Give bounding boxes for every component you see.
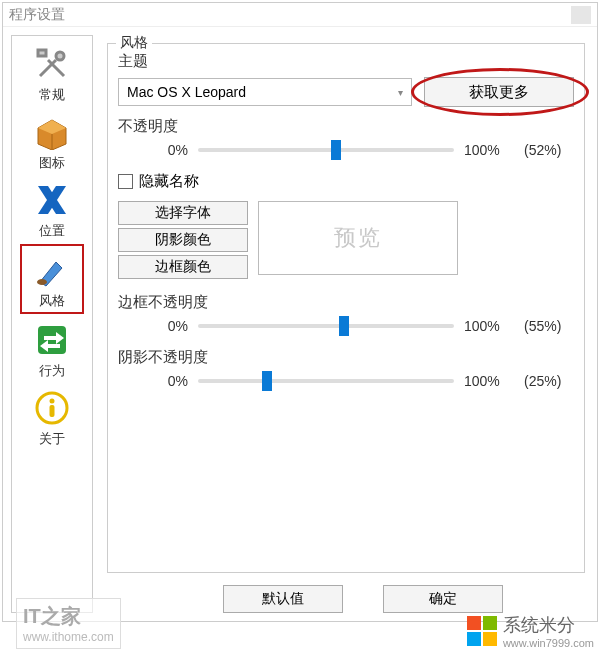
window-title: 程序设置 — [9, 6, 65, 24]
shadow-opacity-slider-row: 0% 100% (25%) — [158, 373, 574, 389]
slider-thumb[interactable] — [339, 316, 349, 336]
sidebar-item-style[interactable]: 风格 — [20, 244, 84, 314]
settings-window: 程序设置 常规 图标 位置 — [2, 2, 598, 622]
shadow-color-button[interactable]: 阴影颜色 — [118, 228, 248, 252]
svg-point-12 — [50, 399, 55, 404]
sidebar-item-icons[interactable]: 图标 — [20, 108, 84, 174]
sidebar-label: 位置 — [39, 222, 65, 240]
border-opacity-slider-row: 0% 100% (55%) — [158, 318, 574, 334]
titlebar: 程序设置 — [3, 3, 597, 27]
sidebar-label: 行为 — [39, 362, 65, 380]
sidebar-item-general[interactable]: 常规 — [20, 40, 84, 106]
style-group: 风格 主题 Mac OS X Leopard ▾ 获取更多 不透明度 0% — [107, 43, 585, 573]
default-button[interactable]: 默认值 — [223, 585, 343, 613]
svg-line-1 — [48, 60, 64, 76]
slider-min: 0% — [158, 142, 188, 158]
border-opacity-slider[interactable] — [198, 324, 454, 328]
sidebar: 常规 图标 位置 风格 — [11, 35, 93, 613]
slider-thumb[interactable] — [331, 140, 341, 160]
svg-rect-13 — [50, 405, 55, 417]
hide-names-row[interactable]: 隐藏名称 — [118, 172, 574, 191]
opacity-slider-row: 0% 100% (52%) — [158, 142, 574, 158]
sidebar-label: 图标 — [39, 154, 65, 172]
sidebar-label: 常规 — [39, 86, 65, 104]
svg-point-9 — [37, 279, 47, 285]
theme-combobox[interactable]: Mac OS X Leopard ▾ — [118, 78, 412, 106]
brush-icon — [32, 250, 72, 290]
sidebar-item-behavior[interactable]: 行为 — [20, 316, 84, 382]
hide-names-label: 隐藏名称 — [139, 172, 199, 191]
close-button[interactable] — [571, 6, 591, 24]
shadow-opacity-label: 阴影不透明度 — [118, 348, 574, 367]
preview-box: 预览 — [258, 201, 458, 275]
slider-min: 0% — [158, 373, 188, 389]
shadow-opacity-slider[interactable] — [198, 379, 454, 383]
box-icon — [32, 112, 72, 152]
content-panel: 风格 主题 Mac OS X Leopard ▾ 获取更多 不透明度 0% — [93, 27, 597, 621]
choose-font-button[interactable]: 选择字体 — [118, 201, 248, 225]
tools-icon — [32, 44, 72, 84]
hide-names-checkbox[interactable] — [118, 174, 133, 189]
footer-buttons: 默认值 确定 — [193, 585, 585, 613]
sidebar-label: 关于 — [39, 430, 65, 448]
chevron-down-icon: ▾ — [398, 87, 403, 98]
swap-icon — [32, 320, 72, 360]
sidebar-item-position[interactable]: 位置 — [20, 176, 84, 242]
svg-line-0 — [40, 60, 56, 76]
opacity-slider[interactable] — [198, 148, 454, 152]
theme-value: Mac OS X Leopard — [127, 84, 246, 100]
slider-value: (55%) — [524, 318, 574, 334]
info-icon — [32, 388, 72, 428]
watermark-right: 系统米分 www.win7999.com — [467, 613, 594, 649]
slider-value: (52%) — [524, 142, 574, 158]
get-more-button[interactable]: 获取更多 — [424, 77, 574, 107]
sidebar-item-about[interactable]: 关于 — [20, 384, 84, 450]
group-title: 风格 — [116, 34, 152, 52]
ok-button[interactable]: 确定 — [383, 585, 503, 613]
watermark-left: IT之家 www.ithome.com — [16, 598, 121, 649]
arrows-cross-icon — [32, 180, 72, 220]
theme-label: 主题 — [118, 52, 574, 71]
sidebar-label: 风格 — [39, 292, 65, 310]
border-opacity-label: 边框不透明度 — [118, 293, 574, 312]
slider-thumb[interactable] — [262, 371, 272, 391]
svg-rect-3 — [38, 50, 46, 56]
slider-value: (25%) — [524, 373, 574, 389]
slider-max: 100% — [464, 373, 514, 389]
microsoft-logo-icon — [467, 616, 497, 646]
border-color-button[interactable]: 边框颜色 — [118, 255, 248, 279]
slider-min: 0% — [158, 318, 188, 334]
slider-max: 100% — [464, 142, 514, 158]
opacity-label: 不透明度 — [118, 117, 574, 136]
svg-point-2 — [56, 52, 64, 60]
slider-max: 100% — [464, 318, 514, 334]
